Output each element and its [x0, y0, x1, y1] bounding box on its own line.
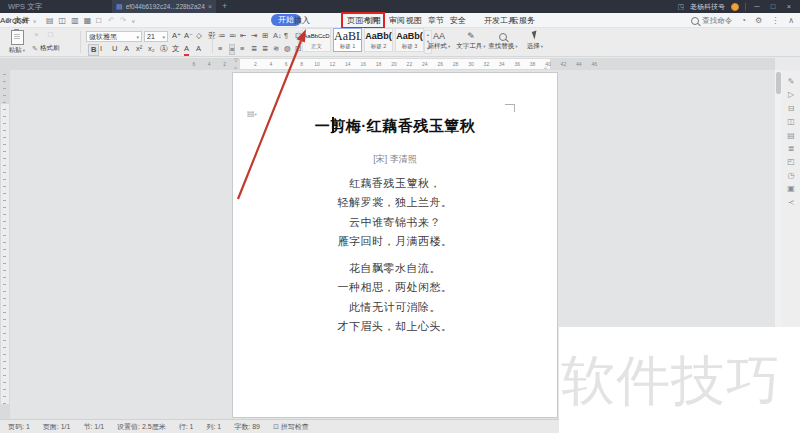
scrollbar-thumb[interactable] [776, 72, 781, 94]
align-left-button[interactable]: ≡ [218, 44, 222, 53]
line-spacing-button[interactable]: ≋ [273, 44, 279, 53]
maximize-button[interactable]: □ [768, 2, 778, 11]
settings-gear-icon[interactable]: ⚙ [755, 16, 762, 25]
divider [80, 31, 81, 53]
poem-line[interactable]: 云中谁寄锦书来？ [233, 213, 557, 232]
ribbon-tab[interactable]: 引用 [365, 13, 381, 28]
phonetic-guide-button[interactable]: 文 [172, 44, 180, 54]
highlight-button[interactable]: A [196, 44, 201, 54]
status-item: 页面: 1/1 [43, 422, 71, 432]
underline-button[interactable]: U [112, 44, 117, 54]
ribbon-tab[interactable]: Acrobat [0, 13, 28, 28]
share-panel-icon[interactable]: ◫ [782, 115, 800, 128]
new-tab-button[interactable]: + [222, 0, 227, 13]
close-tab-icon[interactable]: × [208, 3, 212, 10]
format-painter-button[interactable]: ✎ 格式刷 [32, 44, 59, 53]
sort-button[interactable]: A↓ [273, 31, 282, 40]
poem-line[interactable]: 轻解罗裳，独上兰舟。 [233, 193, 557, 212]
select-button[interactable]: 选择▾ [520, 30, 550, 55]
ruler-number: 2 [223, 61, 226, 67]
indent-button[interactable]: ⇥ [251, 31, 257, 40]
style-card[interactable]: AaBbCcD 正文 [302, 28, 331, 52]
font-size-value: 21 [147, 33, 155, 40]
sync-status-icon[interactable]: ◔ [741, 16, 746, 25]
bullet-list-button[interactable]: ≔ [218, 31, 226, 40]
divider [298, 31, 299, 53]
edit-mode-icon[interactable]: ✎ [782, 75, 800, 88]
font-name-select[interactable]: 微软雅黑 ▾ [86, 31, 142, 42]
share-arrow-icon[interactable]: ≺ [782, 196, 800, 209]
collapse-ribbon-icon[interactable]: ∧ [788, 16, 794, 25]
card-panel-icon[interactable]: ▤ [782, 129, 800, 142]
copy-button[interactable]: □ [48, 30, 53, 39]
paste-button[interactable]: 粘贴▾ [6, 30, 28, 55]
number-list-button[interactable]: ≕ [229, 31, 237, 40]
new-style-button[interactable]: AA 新样式▾ [424, 30, 454, 55]
ribbon-tab[interactable]: 审阅 [389, 13, 405, 28]
italic-button[interactable]: I [100, 44, 102, 54]
char-border-button[interactable]: A [124, 44, 129, 54]
text-tool-icon: ✎ [456, 30, 486, 42]
poem-line[interactable]: 才下眉头，却上心头。 [233, 317, 557, 336]
poem-stanza-2[interactable]: 花自飘零水自流。一种相思，两处闲愁。此情无计可消除。才下眉头，却上心头。 [233, 259, 557, 337]
font-size-select[interactable]: 21 ▾ [144, 31, 168, 42]
align-center-button[interactable]: ≡ [229, 44, 235, 55]
superscript-button[interactable]: x² [136, 44, 142, 54]
layers-panel-icon[interactable]: ◰ [782, 155, 800, 168]
ruler-number: 6 [192, 61, 195, 67]
poem-title[interactable]: 一剪梅·红藕香残玉簟秋 [233, 117, 557, 136]
style-card[interactable]: AaBb( 标题 3 [395, 28, 424, 52]
ribbon-tab[interactable]: 视图 [406, 13, 422, 28]
share-doc-icon[interactable]: ◳ [677, 3, 684, 11]
find-replace-button[interactable]: 查找替换▾ [488, 30, 518, 55]
ribbon-tab[interactable]: 安全 [450, 13, 466, 28]
cut-button[interactable]: × [34, 30, 39, 39]
style-card[interactable]: AaBb( 标题 2 [364, 28, 393, 52]
ribbon-tab[interactable]: 插入 [294, 13, 310, 28]
first-line-indent-marker[interactable]: ▽ [234, 57, 238, 63]
ribbon-tab[interactable]: 云服务 [511, 13, 535, 28]
new-style-icon: AA [424, 30, 454, 42]
select-tool-icon[interactable]: ▷ [782, 88, 800, 101]
poem-line[interactable]: 雁字回时，月满西楼。 [233, 232, 557, 251]
distribute-button[interactable]: ≣ [262, 44, 268, 53]
history-panel-icon[interactable]: ◷ [782, 169, 800, 182]
grow-font-icon[interactable]: A⁺ [172, 31, 181, 41]
enclose-char-button[interactable]: Ⓐ [160, 44, 168, 54]
align-right-button[interactable]: ≡ [240, 44, 244, 53]
account-name[interactable]: 老杨科技号 [690, 2, 725, 12]
poem-line[interactable]: 此情无计可消除。 [233, 298, 557, 317]
bold-button[interactable]: B [88, 44, 99, 56]
poem-line[interactable]: 花自飘零水自流。 [233, 259, 557, 278]
new-style-label: 新样式 [428, 42, 448, 49]
more-options-icon[interactable]: ⋮ [771, 16, 779, 25]
page[interactable]: ▤▾ 一剪梅·红藕香残玉簟秋 [宋] 李清照 红藕香残玉簟秋，轻解罗裳，独上兰舟… [232, 72, 558, 418]
show-marks-button[interactable]: ¶ [284, 31, 288, 40]
document-tab[interactable]: ▤ ef044b6192c24...228b2a249eca8 × [112, 0, 216, 13]
ribbon-tab[interactable]: 章节 [428, 13, 444, 28]
asian-layout-button[interactable]: ⊞ [262, 31, 268, 40]
notes-panel-icon[interactable]: ≣ [782, 142, 800, 155]
poem-stanza-1[interactable]: 红藕香残玉簟秋，轻解罗裳，独上兰舟。云中谁寄锦书来？雁字回时，月满西楼。 [233, 174, 557, 252]
font-color-button[interactable]: A [184, 44, 189, 56]
style-card[interactable]: AaBL 标题 1 [333, 28, 362, 52]
search-command[interactable]: 查找命令 [691, 16, 732, 26]
clear-format-icon[interactable]: ◇ [196, 31, 202, 41]
poem-author[interactable]: [宋] 李清照 [233, 153, 557, 166]
poem-line[interactable]: 红藕香残玉簟秋， [233, 174, 557, 193]
justify-button[interactable]: ≣ [251, 44, 257, 53]
horizontal-ruler[interactable]: ▽ ⌂ ⌂ 6422468101214161820222426283032343… [10, 58, 775, 70]
spell-check-button[interactable]: ⊡ 拼写检查 [273, 422, 309, 432]
shading-button[interactable]: ◍ [284, 44, 291, 53]
poem-line[interactable]: 一种相思，两处闲愁。 [233, 278, 557, 297]
protect-icon[interactable]: ⊟ [782, 102, 800, 115]
minimize-button[interactable]: ─ [752, 2, 762, 11]
close-button[interactable]: × [784, 2, 794, 11]
image-panel-icon[interactable]: ▣ [782, 182, 800, 195]
text-tool-button[interactable]: ✎ 文字工具▾ [456, 30, 486, 55]
subscript-button[interactable]: x₂ [148, 44, 155, 54]
shrink-font-icon[interactable]: A⁻ [184, 31, 193, 41]
avatar[interactable] [731, 3, 739, 11]
outdent-button[interactable]: ⇤ [240, 31, 246, 40]
vertical-ruler[interactable] [0, 58, 10, 419]
